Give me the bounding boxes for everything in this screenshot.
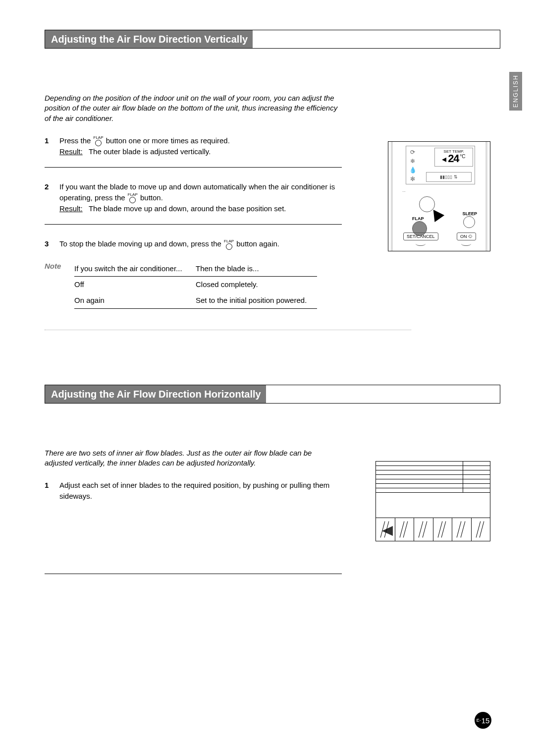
- flap-icon-label: FLAP: [94, 136, 104, 140]
- remote-sleep-button: [463, 216, 475, 228]
- section1-intro: Depending on the position of the indoor …: [45, 93, 342, 123]
- lcd-fan-bars: ▮▮▯▯▯ ⇅: [426, 172, 472, 182]
- section2-step-1-body: Adjust each set of inner blades to the r…: [59, 480, 342, 502]
- dry-icon: 💧: [409, 167, 416, 174]
- ac-body: [376, 493, 490, 518]
- section2-step-1-number: 1: [45, 480, 59, 502]
- flap-button-icon: FLAP: [128, 193, 138, 203]
- ac-slot: [433, 518, 453, 541]
- step3-text-b: button again.: [236, 239, 279, 248]
- note-hdr-2: Then the blade is...: [196, 263, 317, 274]
- note-block: Note If you switch the air conditioner..…: [45, 260, 342, 319]
- remote-bottom-row: SET/CANCEL ON ⏲: [403, 233, 476, 246]
- language-tab: ENGLISH: [509, 72, 522, 111]
- remote-illustration: ⟳ ❄ 💧 ✻ SET TEMP. ◂ 24 °C ▮▮▯▯▯ ⇅ ··· FL…: [388, 141, 490, 251]
- step-1-body: Press the FLAP button one or more times …: [59, 135, 342, 157]
- step-3-body: To stop the blade moving up and down, pr…: [59, 238, 342, 250]
- ac-unit-illustration: [375, 461, 490, 541]
- step2-result-label: Result:: [59, 203, 87, 214]
- cool-icon: ❄: [409, 158, 416, 165]
- page-number-value: 15: [482, 716, 490, 725]
- section2-hline: [45, 574, 342, 574]
- on-timer-label: ON ⏲: [457, 233, 476, 240]
- remote-arc-icon: [461, 241, 471, 246]
- step1-text-b: button one or more times as required.: [106, 136, 230, 145]
- step-1-number: 1: [45, 135, 59, 157]
- note-r2c2: Set to the initial position powered.: [196, 295, 317, 306]
- step1-text-a: Press the: [59, 136, 93, 145]
- remote-edge-left: [391, 142, 393, 251]
- ac-slot: [376, 518, 395, 541]
- section2-step-1: 1 Adjust each set of inner blades to the…: [45, 477, 342, 512]
- set-cancel-label: SET/CANCEL: [403, 233, 438, 240]
- flap-icon-label: FLAP: [224, 239, 234, 243]
- ac-bottom-vanes: [376, 518, 490, 541]
- step-2-number: 2: [45, 181, 59, 214]
- ac-slot: [395, 518, 415, 541]
- flap-icon-circle: [129, 197, 136, 203]
- lcd-mode-icons: ⟳ ❄ 💧 ✻: [409, 149, 418, 182]
- section-title-2: Adjusting the Air Flow Direction Horizon…: [45, 385, 500, 404]
- section2-intro: There are two sets of inner air flow bla…: [45, 448, 342, 468]
- step1-result-text: The outer blade is adjusted vertically.: [89, 147, 211, 156]
- remote-edge-right: [485, 142, 487, 251]
- remote-sleep-label: SLEEP: [462, 211, 477, 216]
- flap-icon-circle: [226, 243, 232, 250]
- note-label: Note: [45, 261, 74, 309]
- note-hdr-1: If you switch the air conditioner...: [74, 263, 196, 274]
- step-3-number: 3: [45, 238, 59, 250]
- step-2-body: If you want the blade to move up and dow…: [59, 181, 342, 214]
- flap-icon-circle: [95, 140, 102, 146]
- step1-result-label: Result:: [59, 146, 87, 157]
- fan-icon: ✻: [409, 175, 416, 182]
- note-r1c1: Off: [74, 279, 196, 290]
- step2-result-text: The blade move up and down, around the b…: [89, 204, 286, 213]
- temp-value: 24: [448, 153, 459, 166]
- step-1: 1 Press the FLAP button one or more time…: [45, 132, 342, 168]
- step-2: 2 If you want the blade to move up and d…: [45, 178, 342, 225]
- ac-slot: [414, 518, 433, 541]
- temp-unit: °C: [460, 154, 465, 159]
- ac-slot: [472, 518, 490, 541]
- remote-flap-label: FLAP: [412, 216, 424, 221]
- note-r2c1: On again: [74, 295, 196, 306]
- remote-arc-icon: [416, 241, 426, 246]
- step2-text-b: button.: [140, 193, 163, 202]
- page-number-badge: E- 15: [475, 712, 491, 729]
- step-3: 3 To stop the blade moving up and down, …: [45, 235, 342, 260]
- step2-text-a: If you want the blade to move up and dow…: [59, 182, 335, 202]
- lcd-temp-box: SET TEMP. ◂ 24 °C: [434, 148, 473, 167]
- remote-lcd: ⟳ ❄ 💧 ✻ SET TEMP. ◂ 24 °C ▮▮▯▯▯ ⇅: [406, 146, 475, 184]
- ac-slot: [452, 518, 472, 541]
- page-number-prefix: E-: [477, 718, 481, 723]
- note-header-row: If you switch the air conditioner... The…: [74, 261, 317, 277]
- ac-grille: [376, 462, 490, 493]
- flap-button-icon: FLAP: [224, 239, 234, 250]
- manual-page: ENGLISH Adjusting the Air Flow Direction…: [0, 0, 535, 756]
- auto-icon: ⟳: [409, 149, 416, 156]
- section-title-1: Adjusting the Air Flow Direction Vertica…: [45, 30, 500, 49]
- remote-dots: ···: [402, 189, 406, 194]
- note-r1c2: Closed completely.: [196, 279, 317, 290]
- flap-icon-label: FLAP: [128, 193, 138, 197]
- note-row-2: On again Set to the initial position pow…: [74, 292, 317, 308]
- section-title-1-text: Adjusting the Air Flow Direction Vertica…: [45, 30, 253, 48]
- step3-text-a: To stop the blade moving up and down, pr…: [59, 239, 223, 248]
- section-divider: [45, 330, 411, 330]
- note-row-1: Off Closed completely.: [74, 277, 317, 292]
- note-table: If you switch the air conditioner... The…: [74, 261, 317, 309]
- flap-button-icon: FLAP: [94, 136, 104, 146]
- section-title-2-text: Adjusting the Air Flow Direction Horizon…: [45, 385, 266, 403]
